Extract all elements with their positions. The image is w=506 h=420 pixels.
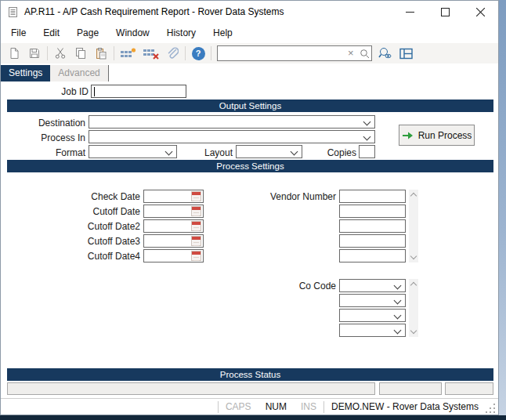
title-bar: AP.R11 - A/P Cash Requirement Report - R… (1, 1, 498, 23)
cutoff-date-label: Cutoff Date (48, 206, 140, 217)
copy-button[interactable] (70, 45, 91, 62)
format-select[interactable] (89, 145, 177, 158)
menu-edit[interactable]: Edit (34, 24, 68, 42)
vendor-number-input-3[interactable] (339, 219, 406, 233)
screen: AP.R11 - A/P Cash Requirement Report - R… (0, 0, 506, 420)
desktop-background (499, 0, 506, 415)
cutoff-date3-label: Cutoff Date3 (48, 236, 140, 247)
minimize-icon (406, 8, 414, 16)
run-process-button[interactable]: Run Process (399, 125, 475, 146)
job-id-input[interactable] (91, 85, 186, 98)
vendor-number-input-4[interactable] (339, 234, 406, 248)
menu-file[interactable]: File (2, 24, 34, 42)
destination-select[interactable] (89, 115, 375, 129)
minimize-button[interactable] (392, 1, 428, 23)
close-icon (476, 8, 485, 16)
check-date-label: Check Date (48, 191, 140, 202)
process-status-field-3 (445, 382, 493, 395)
insert-rows-button[interactable] (117, 45, 139, 62)
scroll-up-icon[interactable] (409, 190, 418, 200)
scroll-down-icon[interactable] (409, 252, 418, 262)
lookup-view-icon (378, 47, 392, 60)
destination-label: Destination (16, 118, 85, 129)
process-status-field-2 (379, 382, 442, 395)
help-icon: ? (192, 47, 205, 60)
num-indicator: NUM (258, 401, 294, 412)
close-button[interactable] (463, 1, 498, 23)
tab-settings[interactable]: Settings (1, 65, 50, 81)
menu-window[interactable]: Window (107, 24, 158, 42)
copy-icon (74, 47, 87, 60)
layout-panel-button[interactable] (396, 45, 416, 62)
window-title: AP.R11 - A/P Cash Requirement Report - R… (24, 6, 284, 17)
search-clear-icon[interactable]: × (345, 46, 356, 60)
job-id-label: Job ID (24, 86, 89, 97)
toolbar-separator (47, 46, 48, 60)
cut-icon (54, 47, 67, 60)
cutoff-date4-label: Cutoff Date4 (48, 251, 140, 262)
scroll-down-icon[interactable] (409, 327, 418, 337)
co-code-scrollbar[interactable] (409, 279, 418, 337)
calendar-icon[interactable] (191, 206, 201, 216)
co-code-select-4[interactable] (339, 324, 406, 337)
layout-panel-icon (399, 48, 413, 60)
toolbar-separator (211, 46, 211, 60)
toolbar-separator (114, 46, 114, 60)
attach-button[interactable] (162, 45, 183, 62)
menu-bar: File Edit Page Window History Help (1, 23, 498, 43)
caps-indicator: CAPS (219, 401, 258, 412)
delete-rows-icon (143, 47, 159, 60)
cut-button[interactable] (50, 45, 70, 62)
status-bar: CAPS NUM INS DEMO.NEW - Rover Data Syste… (1, 398, 498, 415)
paste-button[interactable] (91, 45, 111, 62)
lookup-button[interactable] (375, 45, 396, 62)
search-input[interactable] (218, 47, 345, 60)
vendor-number-input-1[interactable] (339, 190, 406, 203)
menu-help[interactable]: Help (204, 24, 241, 42)
vendor-number-label: Vendor Number (236, 191, 336, 202)
vendor-scrollbar[interactable] (409, 190, 418, 262)
text-caret (94, 87, 95, 96)
process-in-label: Process In (16, 132, 85, 143)
cutoff-date2-label: Cutoff Date2 (48, 221, 140, 232)
calendar-icon[interactable] (191, 251, 201, 261)
app-window: AP.R11 - A/P Cash Requirement Report - R… (0, 0, 499, 415)
help-button[interactable]: ? (188, 45, 208, 62)
save-button[interactable] (24, 45, 45, 62)
co-code-select-3[interactable] (339, 309, 406, 322)
vendor-number-input-5[interactable] (339, 249, 406, 262)
calendar-icon[interactable] (191, 236, 201, 246)
maximize-button[interactable] (428, 1, 463, 23)
window-controls (392, 1, 498, 23)
menu-page[interactable]: Page (68, 24, 107, 42)
new-document-button[interactable] (4, 45, 24, 62)
search-icon (360, 49, 370, 59)
tab-advanced[interactable]: Advanced (50, 65, 108, 81)
format-label: Format (16, 147, 85, 158)
process-status-header: Process Status (7, 368, 493, 381)
calendar-icon[interactable] (191, 191, 201, 201)
search-submit[interactable] (356, 49, 373, 59)
session-label: DEMO.NEW - Rover Data Systems (324, 401, 486, 412)
layout-select[interactable] (236, 145, 302, 158)
run-arrow-icon (402, 131, 414, 140)
process-in-select[interactable] (89, 130, 375, 143)
scroll-up-icon[interactable] (409, 279, 418, 289)
app-document-icon (7, 6, 19, 18)
tab-strip: Settings Advanced (1, 65, 109, 81)
toolbar-search: × (217, 45, 372, 61)
calendar-icon[interactable] (191, 221, 201, 231)
menu-history[interactable]: History (158, 24, 204, 42)
run-process-label: Run Process (418, 130, 472, 141)
process-status-message-field (7, 382, 375, 395)
copies-input[interactable] (359, 145, 375, 158)
vendor-number-input-2[interactable] (339, 205, 406, 218)
co-code-select-2[interactable] (339, 294, 406, 307)
co-code-select-1[interactable] (339, 279, 406, 292)
resize-grip[interactable] (486, 404, 497, 415)
paste-icon (95, 47, 107, 60)
delete-rows-button[interactable] (139, 45, 162, 62)
co-code-label: Co Code (259, 281, 336, 291)
process-settings-header: Process Settings (7, 160, 493, 172)
save-icon (28, 47, 41, 60)
